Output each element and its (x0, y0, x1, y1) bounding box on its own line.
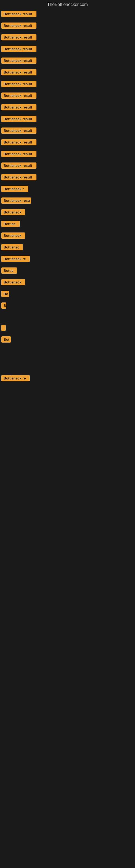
bottleneck-row: Bottleneck result (0, 55, 135, 66)
bottleneck-label: Bottleneck result (1, 58, 37, 64)
bottleneck-row: Bottleneck result (0, 43, 135, 55)
bottleneck-label: Bottleneck result (1, 162, 37, 169)
bottleneck-row: Bottleneck result (0, 125, 135, 136)
bottleneck-label: Bottleneck (1, 209, 25, 215)
bottleneck-row: Bottle (0, 265, 135, 276)
bottleneck-label: Bottleneck resu (1, 197, 31, 204)
bottleneck-row: Bottleneck result (0, 90, 135, 101)
bottleneck-label: Bottlenec (1, 244, 23, 250)
bottleneck-row (0, 351, 135, 356)
bottleneck-row: Bottleneck result (0, 172, 135, 183)
bottleneck-row: Bottleneck result (0, 8, 135, 20)
bottleneck-row: Bottleneck result (0, 20, 135, 31)
bottleneck-row (0, 395, 135, 400)
bottleneck-label: Bo (1, 291, 9, 297)
bottleneck-label-stub (1, 325, 6, 331)
bottleneck-label: Bottleneck r (1, 186, 28, 192)
bottleneck-row: Bottleneck result (0, 31, 135, 43)
bottleneck-row (0, 322, 135, 334)
bottleneck-row: Bottleneck (0, 230, 135, 241)
bottleneck-row (0, 390, 135, 395)
bottleneck-row (0, 367, 135, 372)
bottleneck-row: Bottleneck re (0, 253, 135, 265)
bottleneck-label: Bottleneck re (1, 375, 30, 381)
bottleneck-row: B (0, 300, 135, 311)
bottleneck-label: Bottleneck re (1, 256, 30, 262)
bottleneck-label: Bottleneck result (1, 34, 37, 40)
bottleneck-label: Bottleneck result (1, 151, 37, 157)
bottleneck-label: B (1, 303, 6, 309)
bottleneck-label: Bottlen (1, 221, 20, 227)
bottleneck-row (0, 311, 135, 317)
bottleneck-row: Bottleneck result (0, 136, 135, 148)
bottleneck-label: Bottleneck result (1, 116, 37, 122)
bottleneck-row: Bottleneck result (0, 160, 135, 172)
bottleneck-row (0, 362, 135, 367)
bottleneck-row: Bottleneck result (0, 78, 135, 90)
bottleneck-label: Bottleneck (1, 232, 25, 239)
bottleneck-label: Bottleneck (1, 279, 25, 285)
bottleneck-row: Bottleneck re (0, 372, 135, 384)
bottleneck-label: Bottleneck result (1, 174, 37, 180)
bottleneck-row (0, 356, 135, 362)
bottleneck-row: Bottleneck (0, 207, 135, 218)
bottleneck-label: Bottleneck result (1, 81, 37, 87)
bottleneck-row (0, 384, 135, 390)
bottleneck-row: Bottleneck resu (0, 195, 135, 207)
bottleneck-label: Bottleneck result (1, 11, 37, 17)
bottleneck-row (0, 317, 135, 322)
bottleneck-row: Bottleneck (0, 276, 135, 288)
bottleneck-row: Bottlen (0, 218, 135, 230)
bottleneck-label: Bottleneck result (1, 127, 37, 134)
bottleneck-row: Bottleneck result (0, 113, 135, 125)
bottleneck-row: Bottleneck result (0, 148, 135, 160)
bottleneck-label: Bottle (1, 268, 17, 274)
bottleneck-row: Bot (0, 334, 135, 345)
bottleneck-row: Bottleneck result (0, 66, 135, 78)
bottleneck-label: Bottleneck result (1, 104, 37, 111)
bottleneck-label: Bottleneck result (1, 23, 37, 29)
bottleneck-row: Bottlenec (0, 241, 135, 253)
bottleneck-row: Bottleneck result (0, 101, 135, 113)
bottleneck-row: Bo (0, 288, 135, 300)
bottleneck-label: Bottleneck result (1, 69, 37, 75)
bottleneck-label: Bottleneck result (1, 139, 37, 145)
bottleneck-row: Bottleneck r (0, 183, 135, 195)
bottleneck-label: Bottleneck result (1, 93, 37, 99)
bottleneck-row (0, 345, 135, 351)
site-title: TheBottlenecker.com (0, 0, 135, 8)
bottleneck-label: Bot (1, 336, 11, 343)
bottleneck-label: Bottleneck result (1, 46, 37, 52)
